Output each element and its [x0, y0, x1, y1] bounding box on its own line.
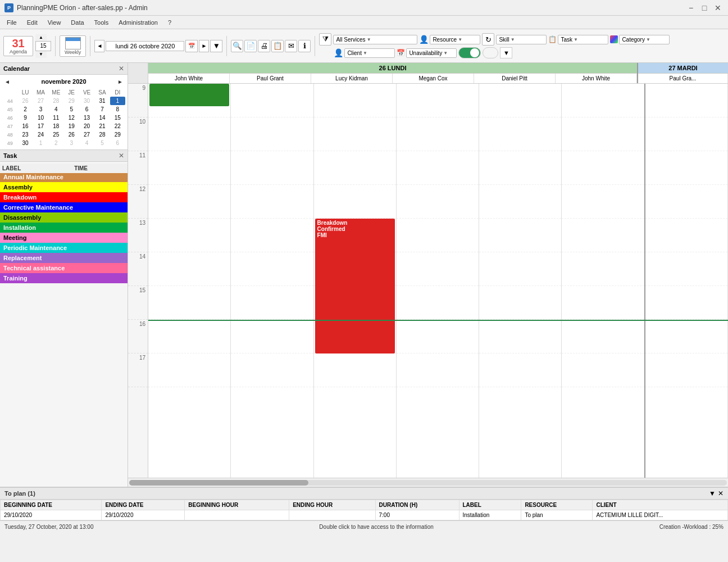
- task-row[interactable]: Disassembly: [0, 212, 128, 223]
- grid-col[interactable]: Training Planned DE...: [231, 84, 313, 478]
- task-row[interactable]: Corrective Maintenance: [0, 202, 128, 212]
- cal-day-cell[interactable]: 5: [94, 139, 110, 147]
- category-dropdown[interactable]: Category ▼: [619, 35, 670, 44]
- nav-prev-button[interactable]: ◄: [94, 40, 104, 52]
- cal-day-cell[interactable]: 2: [17, 105, 33, 114]
- menu-administration[interactable]: Administration: [114, 18, 162, 27]
- grid-col[interactable]: [562, 84, 645, 478]
- maximize-button[interactable]: □: [699, 2, 710, 13]
- to-plan-close-button[interactable]: ✕: [718, 490, 724, 497]
- cal-day-cell[interactable]: 25: [48, 130, 63, 139]
- mail-button[interactable]: ✉: [285, 40, 297, 52]
- toggle-1[interactable]: [458, 47, 481, 58]
- calendar-event[interactable]: [149, 84, 229, 106]
- collapse-button[interactable]: ▼: [709, 490, 716, 497]
- cal-day-cell[interactable]: 12: [64, 114, 79, 122]
- resource-dropdown[interactable]: Resource ▼: [430, 35, 480, 44]
- menu-data[interactable]: Data: [66, 18, 88, 27]
- task-close-button[interactable]: ✕: [119, 152, 124, 160]
- toggle-2[interactable]: [483, 47, 498, 58]
- print-button[interactable]: 🖨: [258, 40, 270, 52]
- grid-col[interactable]: Assembly Confirmed...: [397, 84, 479, 478]
- cal-day-cell[interactable]: 3: [33, 105, 48, 114]
- cal-day-cell[interactable]: 1: [33, 139, 48, 147]
- task-row[interactable]: Training: [0, 273, 128, 283]
- close-button[interactable]: ✕: [712, 2, 724, 13]
- minimize-button[interactable]: −: [685, 2, 697, 13]
- cal-day-cell[interactable]: 21: [94, 122, 110, 130]
- nav-today-button[interactable]: ▼: [210, 40, 222, 52]
- task-row[interactable]: Assembly: [0, 182, 128, 192]
- menu-edit[interactable]: Edit: [22, 18, 42, 27]
- grid-col[interactable]: [148, 84, 231, 478]
- all-services-dropdown[interactable]: All Services ▼: [333, 35, 417, 44]
- spin-down[interactable]: ▼: [35, 51, 47, 58]
- cal-day-cell[interactable]: 22: [110, 122, 125, 130]
- cal-day-cell[interactable]: 11: [48, 114, 63, 122]
- grid-col[interactable]: [479, 84, 562, 478]
- cal-day-cell[interactable]: 30: [79, 97, 94, 105]
- cal-day-cell[interactable]: 14: [94, 114, 110, 122]
- menu-view[interactable]: View: [43, 18, 66, 27]
- info-button[interactable]: ℹ: [298, 40, 311, 52]
- cal-day-cell[interactable]: 4: [48, 105, 63, 114]
- cal-day-cell[interactable]: 29: [64, 97, 79, 105]
- menu-help[interactable]: ?: [163, 18, 176, 27]
- cal-day-cell[interactable]: 6: [110, 139, 125, 147]
- cal-day-cell[interactable]: 24: [33, 130, 48, 139]
- cal-day-cell[interactable]: 29: [110, 130, 125, 139]
- task-row[interactable]: Periodic Maintenance: [0, 243, 128, 253]
- cal-day-cell[interactable]: 8: [110, 105, 125, 114]
- task-row[interactable]: Installation: [0, 223, 128, 233]
- skill-dropdown[interactable]: Skill ▼: [496, 35, 547, 44]
- cal-day-cell[interactable]: 26: [17, 97, 33, 105]
- cal-day-cell[interactable]: 28: [48, 97, 63, 105]
- cal-day-cell[interactable]: 19: [64, 122, 79, 130]
- to-plan-row[interactable]: 29/10/2020 29/10/2020 7:00 Installation …: [1, 510, 728, 520]
- cal-day-cell[interactable]: 17: [33, 122, 48, 130]
- calendar-event[interactable]: Breakdown Confirmed FMI: [315, 219, 395, 353]
- cal-day-cell[interactable]: 7: [94, 105, 110, 114]
- weekly-button[interactable]: Weekly: [60, 35, 86, 57]
- refresh-button[interactable]: ↻: [482, 33, 494, 46]
- task-row[interactable]: Breakdown: [0, 192, 128, 202]
- toggle-3-btn[interactable]: ▼: [500, 47, 512, 58]
- nav-next-button[interactable]: ►: [199, 40, 209, 52]
- horizontal-scrollbar[interactable]: [128, 478, 728, 487]
- scrollbar-thumb[interactable]: [129, 480, 308, 486]
- grid-col[interactable]: Training Plan...: [645, 84, 728, 478]
- cal-day-cell[interactable]: 6: [79, 105, 94, 114]
- cal-day-cell[interactable]: 5: [64, 105, 79, 114]
- menu-file[interactable]: File: [2, 18, 21, 27]
- task-dropdown[interactable]: Task ▼: [558, 35, 608, 44]
- search-button[interactable]: 🔍: [231, 40, 243, 52]
- cal-day-cell[interactable]: 30: [17, 139, 33, 147]
- cal-day-cell[interactable]: 23: [17, 130, 33, 139]
- cal-day-cell[interactable]: 15: [110, 114, 125, 122]
- client-dropdown[interactable]: Client ▼: [344, 48, 395, 58]
- cal-day-cell[interactable]: 10: [33, 114, 48, 122]
- cal-day-cell[interactable]: 26: [64, 130, 79, 139]
- cal-day-cell[interactable]: 2: [48, 139, 63, 147]
- cal-prev-button[interactable]: ◄: [4, 79, 10, 85]
- cal-day-cell[interactable]: 3: [64, 139, 79, 147]
- cal-day-cell[interactable]: 9: [17, 114, 33, 122]
- grid-col[interactable]: Breakdown Confirmed FMI: [314, 84, 397, 478]
- task-row[interactable]: Meeting: [0, 233, 128, 243]
- spin-up[interactable]: ▲: [35, 34, 47, 41]
- cal-day-cell[interactable]: 16: [17, 122, 33, 130]
- task-row[interactable]: Technical assistance: [0, 263, 128, 273]
- spin-input[interactable]: [35, 41, 51, 51]
- cal-day-cell[interactable]: 27: [33, 97, 48, 105]
- task-row[interactable]: Replacement: [0, 253, 128, 263]
- export-button[interactable]: 📋: [271, 40, 284, 52]
- menu-tools[interactable]: Tools: [90, 18, 113, 27]
- cal-day-cell[interactable]: 1: [110, 97, 125, 105]
- calendar-close-button[interactable]: ✕: [119, 65, 124, 72]
- print-preview-button[interactable]: 📄: [244, 40, 257, 52]
- date-picker-button[interactable]: 📅: [185, 40, 198, 52]
- cal-next-button[interactable]: ►: [117, 79, 123, 85]
- cal-day-cell[interactable]: 31: [94, 97, 110, 105]
- cal-day-cell[interactable]: 27: [79, 130, 94, 139]
- cal-day-cell[interactable]: 20: [79, 122, 94, 130]
